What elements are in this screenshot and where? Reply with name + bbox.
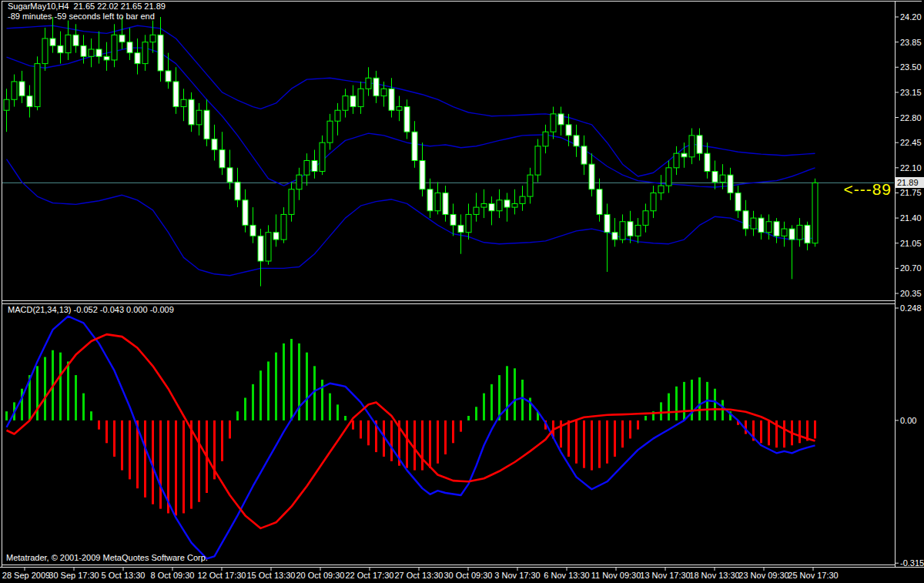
candle-body: [774, 222, 779, 236]
time-axis-label: 25 Nov 17:30: [788, 571, 838, 580]
time-axis-label: 8 Oct 09:30: [151, 571, 195, 580]
time-axis-label: 3 Nov 17:30: [494, 571, 540, 580]
time-axis-label: 6 Nov 13:30: [544, 571, 589, 580]
candle-body: [551, 114, 556, 132]
candle-body: [743, 211, 748, 229]
price-axis-label: 23.15: [900, 88, 922, 98]
chart-window: SugarMay10,H4 21.65 22.02 21.65 21.89 -8…: [0, 0, 924, 583]
candle-body: [381, 89, 387, 95]
candle-body: [674, 153, 679, 168]
macd-axis-label: 0.248: [900, 303, 922, 313]
candle-body: [712, 171, 718, 182]
candle-body: [196, 110, 202, 125]
time-axis-label: 15 Oct 13:30: [247, 571, 296, 580]
candle-body: [335, 110, 340, 121]
candle-body: [797, 225, 802, 240]
candle-body: [212, 139, 217, 150]
candle-body: [320, 142, 325, 171]
candle-body: [466, 214, 471, 232]
candle-body: [427, 189, 433, 211]
time-axis-label: 13 Nov 17:30: [640, 571, 690, 580]
candle-body: [250, 225, 256, 236]
candle-body: [189, 99, 194, 125]
candle-body: [181, 99, 186, 106]
time-axis-label: 5 Oct 13:30: [102, 571, 146, 580]
candle-body: [204, 110, 209, 139]
macd-axis-label: 0.00: [900, 416, 916, 426]
candle-body: [443, 193, 448, 214]
candle-body: [612, 233, 618, 240]
candle-body: [104, 56, 109, 60]
candle-body: [58, 45, 63, 52]
time-axis-label: 23 Nov 09:30: [738, 571, 788, 580]
candle-body: [127, 42, 132, 53]
candle-body: [504, 200, 510, 207]
symbol-ohlc-title: SugarMay10,H4 21.65 22.02 21.65 21.89: [8, 2, 166, 12]
candle-body: [628, 222, 633, 236]
candle-body: [4, 99, 9, 110]
price-axis-label: 22.10: [900, 163, 922, 173]
time-axis-label: 20 Oct 09:30: [296, 571, 345, 580]
candle-body: [489, 203, 494, 210]
candle-body: [789, 229, 795, 240]
candle-body: [219, 150, 225, 168]
bollinger-middle-band: [7, 48, 815, 187]
copyright-text: Metatrader, © 2001-2009 MetaQuotes Softw…: [6, 553, 208, 563]
candle-body: [597, 189, 602, 215]
candle-body: [50, 39, 55, 45]
price-axis-label: 22.45: [900, 138, 922, 148]
candle-body: [812, 183, 818, 243]
candle-body: [19, 82, 25, 96]
candle-body: [497, 200, 502, 211]
candle-body: [705, 153, 710, 171]
price-axis-label: 20.70: [900, 263, 922, 273]
time-axis-label: 11 Nov 09:30: [591, 571, 641, 580]
time-axis-label: 22 Oct 17:30: [346, 571, 394, 580]
bar-countdown: -89 minutes -59 seconds left to bar end: [8, 12, 155, 22]
candle-body: [635, 225, 641, 236]
price-axis-label: 22.80: [900, 113, 922, 123]
candle-body: [343, 96, 348, 111]
candle-body: [620, 222, 625, 240]
candle-body: [651, 193, 656, 210]
time-axis-label: 27 Oct 13:30: [395, 571, 444, 580]
candle-body: [112, 35, 117, 60]
macd-indicator-label: MACD(21,34,13) -0.052 -0.043 0.000 -0.00…: [8, 305, 174, 315]
candle-body: [273, 233, 279, 240]
chart-canvas[interactable]: [0, 0, 924, 583]
candle-body: [658, 186, 664, 193]
candle-body: [412, 132, 417, 160]
macd-line: [7, 317, 815, 559]
price-annotation-89: <---89: [843, 181, 892, 198]
candle-body: [227, 168, 233, 183]
candle-body: [766, 222, 772, 233]
price-axis-label: 21.75: [900, 188, 922, 198]
candle-body: [689, 136, 695, 157]
candle-body: [643, 211, 648, 226]
time-axis-label: 28 Sep 2009: [2, 571, 50, 580]
candle-body: [520, 196, 525, 203]
candle-body: [289, 189, 294, 215]
candle-body: [758, 218, 764, 233]
candle-body: [474, 207, 479, 214]
price-axis-label: 21.05: [900, 239, 922, 249]
candle-body: [135, 53, 140, 64]
candle-body: [150, 35, 156, 42]
candle-body: [119, 35, 125, 42]
candle-body: [666, 168, 671, 186]
candle-body: [581, 146, 587, 164]
candle-body: [481, 203, 487, 207]
candle-body: [589, 164, 594, 189]
candle-body: [805, 225, 810, 243]
candle-body: [158, 35, 163, 71]
price-axis-label: 23.50: [900, 62, 922, 72]
candle-body: [258, 236, 263, 261]
candle-body: [397, 107, 402, 111]
bollinger-lower-band: [7, 159, 815, 276]
candle-body: [281, 214, 286, 240]
price-axis-label: 21.40: [900, 213, 922, 223]
candle-body: [350, 96, 356, 107]
candle-body: [574, 136, 579, 146]
candle-body: [235, 182, 240, 199]
candle-body: [358, 89, 363, 106]
